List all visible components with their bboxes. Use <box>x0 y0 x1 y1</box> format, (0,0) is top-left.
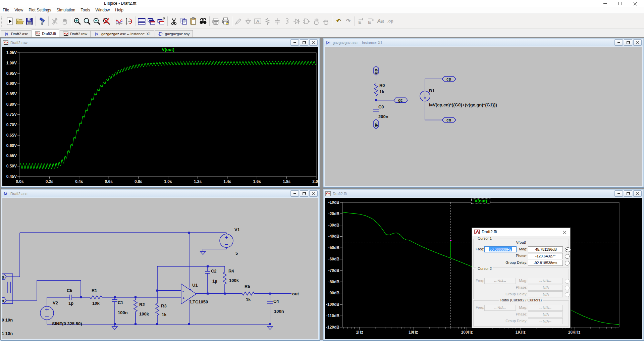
cursor2-mag-radio[interactable] <box>565 279 570 284</box>
restore-button[interactable] <box>624 190 632 197</box>
app-maximize-button[interactable] <box>612 0 628 7</box>
run-icon[interactable] <box>5 16 15 26</box>
cursor2-group-delay-value[interactable]: -- N/A-- <box>528 291 563 297</box>
zoom-undo-icon[interactable] <box>102 16 111 26</box>
schematic-canvas-gazgazgaz[interactable]: gp R0 1k gc <box>325 47 642 186</box>
resistor-R5[interactable]: R5 1k <box>241 284 255 302</box>
tab-gazgazgaz-asc-instance-x1[interactable]: gazgazgaz.asc -- Instance: X1 <box>91 30 154 37</box>
app-close-button[interactable] <box>628 0 643 7</box>
port-cp[interactable]: cp <box>442 77 456 82</box>
minimize-button[interactable] <box>290 190 299 197</box>
minimize-button[interactable] <box>290 39 299 46</box>
paste-icon[interactable] <box>189 16 198 26</box>
window-titlebar[interactable]: gazgazgaz.asc -- Instance: X1 <box>324 39 643 46</box>
close-button[interactable] <box>309 190 318 197</box>
capacitor-C0[interactable]: C0 200n <box>373 104 388 119</box>
cursor1-group-delay-value[interactable]: -92.818538ms <box>528 260 563 266</box>
schematic-canvas-draft2[interactable]: p n 0 10n 1 10n V1 5 <box>2 198 318 339</box>
component-icon[interactable] <box>302 16 311 26</box>
resistor-R0[interactable]: R0 1k <box>374 83 385 97</box>
vsource-V1[interactable]: V1 5 <box>220 227 240 256</box>
cursor2-mag-value[interactable]: -- N/A-- <box>528 278 563 284</box>
cursor1-mag-value[interactable]: -45.781196dB <box>528 246 563 252</box>
tab-draft2-fft[interactable]: Draft2.fft <box>32 30 59 37</box>
restore-button[interactable] <box>624 39 632 46</box>
redo-icon[interactable]: ↷ <box>343 16 353 26</box>
menu-window[interactable]: Window <box>93 7 113 13</box>
cursor2-phase-value[interactable]: -- N/A-- <box>528 285 563 291</box>
capacitor-C2[interactable]: C2 1µ <box>205 269 217 284</box>
restore-button[interactable] <box>300 39 308 46</box>
text-icon[interactable]: Aa <box>376 16 385 26</box>
toolbar-grip[interactable] <box>1 16 4 27</box>
tab-draft2-raw[interactable]: Draft2.raw <box>60 30 91 37</box>
spice-directive-icon[interactable]: .op <box>385 16 395 26</box>
window-titlebar[interactable]: Draft2.fft <box>324 190 643 197</box>
find-icon[interactable] <box>198 16 208 26</box>
cascade-windows-icon[interactable] <box>147 16 156 26</box>
menu-plot-settings[interactable]: Plot Settings <box>26 7 54 13</box>
wire[interactable] <box>425 79 442 120</box>
halt-icon[interactable] <box>50 16 60 26</box>
diode-icon[interactable] <box>292 16 302 26</box>
cursor-dialog[interactable]: Draft2.fft Cursor 1 V(out) Freq: 50.0660… <box>472 228 571 328</box>
cursor2-group-delay-radio[interactable] <box>565 292 570 297</box>
manual-scale-icon[interactable] <box>124 16 134 26</box>
capacitor-C1[interactable]: C1 100n <box>112 300 128 315</box>
drag-icon[interactable] <box>321 16 331 26</box>
rotate-icon[interactable] <box>366 16 376 26</box>
cursor1-phase-radio[interactable] <box>565 254 570 259</box>
autorange-icon[interactable] <box>114 16 124 26</box>
port-cn[interactable]: cn <box>442 118 456 123</box>
open-icon[interactable] <box>15 16 24 26</box>
undo-icon[interactable]: ↶ <box>334 16 343 26</box>
window-titlebar[interactable]: Draft2.raw <box>1 39 319 46</box>
net-label-out[interactable]: out <box>292 291 299 296</box>
menu-help[interactable]: Help <box>112 7 126 13</box>
label-icon[interactable] <box>253 16 263 26</box>
close-button[interactable] <box>633 39 642 46</box>
bsource-B1[interactable]: B1 I=V(cp,cn)*({G0}+(v(gc,gn)*{G1})) <box>420 88 497 107</box>
save-icon[interactable] <box>24 16 34 26</box>
port-gp[interactable]: gp <box>374 66 378 75</box>
close-button[interactable] <box>633 190 642 197</box>
zoom-extents-icon[interactable] <box>82 16 92 26</box>
ground-icon[interactable] <box>112 327 117 330</box>
tile-windows-icon[interactable] <box>137 16 147 26</box>
close-button[interactable] <box>309 39 318 46</box>
instance-x1-symbol[interactable]: p n 0 10n 1 10n <box>2 274 13 336</box>
inductor-icon[interactable] <box>282 16 292 26</box>
restore-windows-icon[interactable] <box>156 16 166 26</box>
menu-tools[interactable]: Tools <box>78 7 93 13</box>
minimize-button[interactable] <box>614 39 623 46</box>
vsource-V2[interactable]: V2 SINE(0 325 50) <box>40 300 82 326</box>
menu-file[interactable]: File <box>0 7 12 13</box>
window-titlebar[interactable]: Draft2.asc <box>1 190 319 197</box>
pan-icon[interactable] <box>60 16 69 26</box>
control-panel-icon[interactable] <box>37 16 47 26</box>
resistor-icon[interactable] <box>263 16 272 26</box>
ground-icon[interactable] <box>243 16 253 26</box>
dialog-close-button[interactable] <box>561 230 568 234</box>
copy-icon[interactable] <box>179 16 189 26</box>
resistor-R4[interactable]: R4 100k <box>223 269 239 285</box>
port-gc[interactable]: gc <box>394 98 408 103</box>
app-minimize-button[interactable] <box>597 0 612 7</box>
zoom-in-icon[interactable] <box>72 16 82 26</box>
cursor2-phase-radio[interactable] <box>565 286 570 290</box>
cut-icon[interactable] <box>169 16 179 26</box>
restore-button[interactable] <box>300 190 308 197</box>
resistor-R1[interactable]: R1 10k <box>89 288 103 306</box>
capacitor-icon[interactable] <box>272 16 282 26</box>
cursor1-group-delay-radio[interactable] <box>565 261 570 265</box>
mirror-icon[interactable] <box>356 16 366 26</box>
menu-simulation[interactable]: Simulation <box>54 7 78 13</box>
capacitor-C5[interactable]: C5 1p <box>67 288 73 306</box>
wire-icon[interactable] <box>233 16 243 26</box>
zoom-out-icon[interactable] <box>92 16 102 26</box>
cursor1-phase-value[interactable]: -120.64327° <box>528 253 563 259</box>
move-icon[interactable] <box>311 16 321 26</box>
transient-plot[interactable]: 1.05V1.00V0.95V0.90V0.85V0.80V0.75V0.70V… <box>2 47 318 186</box>
port-gn[interactable]: gn <box>374 119 378 129</box>
dialog-titlebar[interactable]: Draft2.fft <box>472 228 570 236</box>
